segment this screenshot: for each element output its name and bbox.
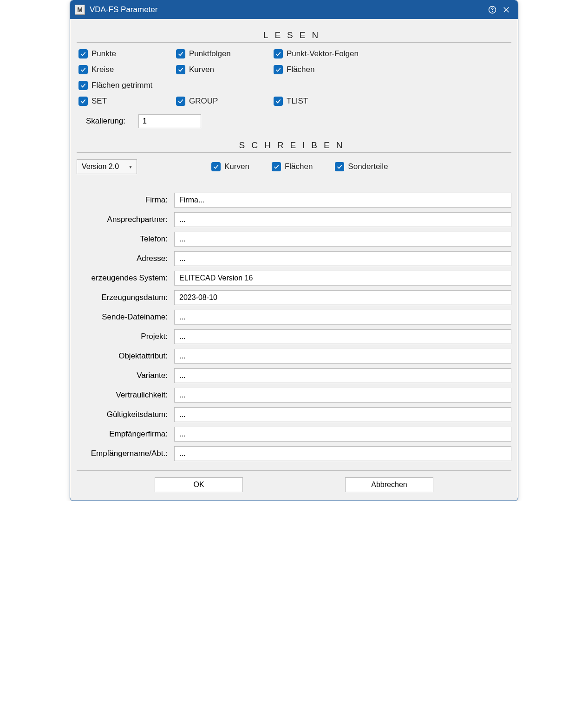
- label-telefon: Telefon:: [77, 234, 170, 244]
- dialog-content: LESEN Punkte Punktfolgen Punkt-Vektor-Fo…: [70, 19, 518, 501]
- read-options-grid: Punkte Punktfolgen Punkt-Vektor-Folgen K…: [78, 49, 511, 106]
- checkbox-group[interactable]: GROUP: [176, 97, 274, 106]
- checkbox-punkt-vektor-folgen[interactable]: Punkt-Vektor-Folgen: [274, 49, 511, 59]
- svg-point-1: [492, 11, 493, 12]
- input-firma[interactable]: [174, 193, 511, 208]
- input-objektattribut[interactable]: [174, 349, 511, 364]
- input-variante[interactable]: [174, 368, 511, 383]
- scale-input[interactable]: [138, 114, 201, 128]
- ok-button[interactable]: OK: [155, 477, 243, 492]
- dialog-footer: OK Abbrechen: [77, 477, 511, 492]
- label-adresse: Adresse:: [77, 254, 170, 263]
- checkbox-flaechen[interactable]: Flächen: [274, 65, 511, 74]
- checkbox-label: Kurven: [189, 65, 214, 74]
- divider: [77, 470, 511, 471]
- label-erzeugungsdatum: Erzeugungsdatum:: [77, 293, 170, 302]
- help-icon[interactable]: [485, 3, 499, 17]
- input-telefon[interactable]: [174, 232, 511, 247]
- input-projekt[interactable]: [174, 329, 511, 344]
- dialog-window: M VDA-FS Parameter LESEN Punkte Punktfol…: [70, 0, 518, 501]
- write-form: Firma: Ansprechpartner: Telefon: Adresse…: [77, 193, 511, 461]
- checkbox-label: Punktfolgen: [189, 49, 231, 59]
- label-projekt: Projekt:: [77, 332, 170, 341]
- scale-label: Skalierung:: [86, 117, 125, 126]
- checkbox-label: SET: [91, 97, 107, 106]
- checkbox-label: Kurven: [224, 162, 249, 171]
- label-sende-dateiname: Sende-Dateiname:: [77, 312, 170, 322]
- checkbox-punkte[interactable]: Punkte: [78, 49, 176, 59]
- label-variante: Variante:: [77, 371, 170, 380]
- label-ansprechpartner: Ansprechpartner:: [77, 215, 170, 224]
- section-title-read: LESEN: [77, 30, 511, 40]
- input-erzeugendes-system[interactable]: [174, 271, 511, 286]
- input-empfaengername-abt[interactable]: [174, 446, 511, 461]
- checkbox-kurven[interactable]: Kurven: [176, 65, 274, 74]
- input-empfaengerfirma[interactable]: [174, 427, 511, 442]
- chevron-down-icon: ▾: [129, 163, 132, 170]
- titlebar: M VDA-FS Parameter: [70, 0, 518, 19]
- checkmark-icon: [272, 162, 281, 171]
- label-objektattribut: Objektattribut:: [77, 351, 170, 361]
- checkbox-write-flaechen[interactable]: Flächen: [272, 162, 313, 171]
- label-vertraulichkeit: Vertraulichkeit:: [77, 390, 170, 400]
- divider: [77, 42, 511, 43]
- checkmark-icon: [274, 97, 283, 106]
- checkmark-icon: [274, 49, 283, 59]
- checkmark-icon: [176, 97, 185, 106]
- window-title: VDA-FS Parameter: [90, 5, 485, 14]
- checkmark-icon: [78, 81, 88, 90]
- checkmark-icon: [274, 65, 283, 74]
- checkmark-icon: [176, 49, 185, 59]
- checkbox-set[interactable]: SET: [78, 97, 176, 106]
- label-empfaengerfirma: Empfängerfirma:: [77, 429, 170, 439]
- checkmark-icon: [211, 162, 221, 171]
- label-firma: Firma:: [77, 195, 170, 205]
- input-erzeugungsdatum[interactable]: [174, 290, 511, 305]
- input-adresse[interactable]: [174, 251, 511, 266]
- checkbox-label: Flächen: [287, 65, 314, 74]
- app-icon: M: [75, 5, 85, 15]
- checkbox-write-sonderteile[interactable]: Sonderteile: [335, 162, 388, 171]
- checkbox-kreise[interactable]: Kreise: [78, 65, 176, 74]
- checkbox-label: Flächen getrimmt: [91, 81, 152, 90]
- checkbox-write-kurven[interactable]: Kurven: [211, 162, 249, 171]
- checkmark-icon: [335, 162, 344, 171]
- checkmark-icon: [78, 97, 88, 106]
- input-sende-dateiname[interactable]: [174, 310, 511, 325]
- checkmark-icon: [176, 65, 185, 74]
- write-checks: Kurven Flächen Sonderteile: [211, 162, 388, 171]
- version-select[interactable]: Version 2.0 ▾: [77, 159, 137, 174]
- checkbox-label: Punkt-Vektor-Folgen: [287, 49, 359, 59]
- close-icon[interactable]: [499, 3, 513, 17]
- scale-row: Skalierung:: [86, 114, 511, 128]
- divider: [77, 152, 511, 153]
- label-empfaengername-abt: Empfängername/Abt.:: [77, 449, 170, 458]
- checkbox-label: Punkte: [91, 49, 116, 59]
- version-selected-label: Version 2.0: [82, 163, 119, 171]
- section-title-write: SCHREIBEN: [77, 140, 511, 150]
- input-vertraulichkeit[interactable]: [174, 388, 511, 403]
- label-gueltigkeitsdatum: Gültigkeitsdatum:: [77, 410, 170, 419]
- checkbox-label: TLIST: [287, 97, 308, 106]
- checkmark-icon: [78, 49, 88, 59]
- label-erzeugendes-system: erzeugendes System:: [77, 273, 170, 283]
- checkbox-label: Sonderteile: [348, 162, 388, 171]
- checkbox-label: Flächen: [285, 162, 313, 171]
- write-options-row: Version 2.0 ▾ Kurven Flächen Sonderteile: [77, 159, 511, 174]
- checkbox-label: GROUP: [189, 97, 218, 106]
- checkbox-tlist[interactable]: TLIST: [274, 97, 511, 106]
- cancel-button[interactable]: Abbrechen: [345, 477, 433, 492]
- checkbox-flaechen-getrimmt[interactable]: Flächen getrimmt: [78, 81, 511, 90]
- checkbox-punktfolgen[interactable]: Punktfolgen: [176, 49, 274, 59]
- input-ansprechpartner[interactable]: [174, 212, 511, 227]
- checkmark-icon: [78, 65, 88, 74]
- input-gueltigkeitsdatum[interactable]: [174, 407, 511, 422]
- checkbox-label: Kreise: [91, 65, 114, 74]
